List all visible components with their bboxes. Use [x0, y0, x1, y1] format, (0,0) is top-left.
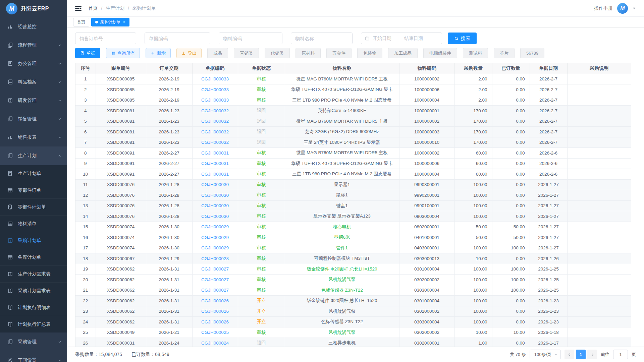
filter-input[interactable] — [219, 33, 282, 44]
sidebar-item[interactable]: 研发管理 — [0, 91, 67, 110]
cell-status: 审核 — [238, 275, 285, 285]
menu-collapse-icon[interactable] — [75, 6, 82, 11]
table-row: 22XSDD0000622026-1-31CGJH000026开立钣金铰链件 Φ… — [75, 296, 631, 306]
user-caret-icon[interactable] — [632, 6, 636, 10]
avatar[interactable]: M — [617, 3, 628, 14]
filter-input[interactable] — [75, 33, 136, 44]
breadcrumb-item[interactable]: 采购计划单 — [132, 5, 156, 11]
doc-code-link[interactable]: CGJH000029 — [201, 224, 229, 229]
category-chip[interactable]: 原材料 — [296, 48, 321, 58]
next-page-button[interactable] — [587, 350, 597, 359]
doc-code-link[interactable]: CGJH000028 — [201, 256, 229, 261]
sidebar-item[interactable]: 车间设置 — [0, 351, 67, 362]
tab-item[interactable]: 首页 — [73, 18, 89, 26]
chart-icon — [7, 134, 13, 140]
toolbar-button[interactable]: 单据 — [75, 48, 100, 58]
doc-code-link[interactable]: CGJH000033 — [201, 98, 229, 103]
sidebar-item[interactable]: 采购管理 — [0, 333, 67, 351]
sidebar-item[interactable]: 流程管理 — [0, 36, 67, 54]
sidebar-item[interactable]: 零部件计划单 — [0, 198, 67, 215]
sidebar-item-label: 流程管理 — [18, 42, 37, 48]
goto-page-input[interactable] — [613, 350, 628, 359]
sidebar-item[interactable]: 料品档案 — [0, 73, 67, 91]
doc-code-link[interactable]: CGJH000026 — [201, 309, 229, 314]
breadcrumb-item[interactable]: 首页 — [88, 5, 98, 11]
category-chip[interactable]: 成品 — [207, 48, 228, 58]
doc-code-link[interactable]: CGJH000029 — [201, 235, 229, 240]
cell-due-date: 2026-2-19 — [146, 95, 192, 106]
toolbar-button[interactable]: 查询所有 — [106, 48, 140, 58]
toolbar-button[interactable]: 新增 — [146, 48, 171, 58]
doc-code-link[interactable]: CGJH000027 — [201, 266, 229, 272]
doc-code-link[interactable]: CGJH000030 — [201, 203, 229, 208]
category-chip[interactable]: 芯片 — [494, 48, 515, 58]
cell-purchase-qty: 60.00 — [454, 169, 492, 180]
doc-code-link[interactable]: CGJH000032 — [201, 140, 229, 145]
status-badge: 审核 — [257, 288, 266, 293]
status-badge: 开立 — [257, 298, 266, 303]
doc-code-link[interactable]: CGJH000027 — [201, 288, 229, 293]
category-chip[interactable]: 代销类 — [265, 48, 290, 58]
sidebar-item[interactable]: 计划执行汇总表 — [0, 316, 67, 333]
sidebar-item[interactable]: 生产计划 — [0, 146, 67, 165]
doc-code-link[interactable]: CGJH000031 — [201, 150, 229, 156]
sidebar-item[interactable]: 生产计划需求表 — [0, 265, 67, 282]
doc-code-link[interactable]: CGJH000026 — [201, 298, 229, 303]
top-bar: 首页/生产计划/采购计划单 操作手册 M — [67, 0, 644, 17]
category-chip[interactable]: 加工成品 — [388, 48, 418, 58]
cell-tracking-code: XSDD000062 — [96, 317, 146, 327]
toolbar-button[interactable]: 导出 — [176, 48, 202, 58]
filter-input[interactable] — [145, 33, 210, 44]
sidebar-item[interactable]: 经营总控 — [0, 17, 67, 36]
category-chip[interactable]: 电脑组装件 — [423, 48, 457, 58]
filter-input[interactable] — [291, 33, 353, 44]
sidebar-item[interactable]: 采购计划单 — [0, 232, 67, 249]
sidebar-item[interactable]: 销售管理 — [0, 110, 67, 128]
doc-code-link[interactable]: CGJH000031 — [201, 172, 229, 177]
breadcrumb-separator: / — [128, 6, 129, 11]
category-chip[interactable]: 包装物 — [357, 48, 382, 58]
prev-page-button[interactable] — [565, 350, 574, 359]
cell-doc-date: 2026-1-27 — [530, 243, 567, 253]
doc-code-link[interactable]: CGJH000032 — [201, 108, 229, 113]
sidebar: M 升阳云ERP 经营总控流程管理办公管理料品档案研发管理销售管理销售报表生产计… — [0, 0, 67, 362]
doc-code-link[interactable]: CGJH000025 — [201, 330, 229, 335]
doc-code-link[interactable]: CGJH000024 — [201, 341, 229, 346]
doc-code-link[interactable]: CGJH000030 — [201, 193, 229, 198]
cell-material-name: 芝奇 32GB (16G×2) DDR5 6000MHz — [285, 127, 399, 137]
doc-code-link[interactable]: CGJH000026 — [201, 319, 229, 324]
category-chip[interactable]: 测试料 — [463, 48, 488, 58]
sidebar-item[interactable]: 办公管理 — [0, 54, 67, 73]
date-range-picker[interactable]: 开始日期 – 结束日期 — [361, 33, 442, 44]
doc-code-link[interactable]: CGJH000033 — [201, 76, 229, 81]
sidebar-item[interactable]: 计划执行明细表 — [0, 299, 67, 316]
sidebar-item[interactable]: 生产计划单 — [0, 165, 67, 182]
tab-close-icon[interactable]: × — [123, 20, 125, 24]
cell-doc-code: CGJH000031 — [192, 169, 238, 180]
sidebar-item[interactable]: 采购计划需求表 — [0, 282, 67, 299]
cell-doc-date: 2026-1-23 — [530, 317, 567, 327]
sidebar-item[interactable]: 销售报表 — [0, 128, 67, 146]
search-button[interactable]: 搜索 — [448, 33, 477, 44]
doc-code-link[interactable]: CGJH000027 — [201, 277, 229, 282]
doc-code-link[interactable]: CGJH000032 — [201, 129, 229, 134]
current-page-button[interactable]: 1 — [576, 350, 586, 359]
doc-code-link[interactable]: CGJH000029 — [201, 245, 229, 250]
tab-active[interactable]: 采购计划单× — [91, 18, 129, 26]
sidebar-item[interactable]: 物料清单 — [0, 215, 67, 232]
category-chip[interactable]: 56789 — [520, 48, 544, 58]
breadcrumb-item[interactable]: 生产计划 — [106, 5, 124, 11]
doc-code-link[interactable]: CGJH000031 — [201, 161, 229, 166]
doc-code-link[interactable]: CGJH000030 — [201, 182, 229, 187]
sidebar-item[interactable]: 备库计划单 — [0, 249, 67, 265]
doc-code-link[interactable]: CGJH000030 — [201, 214, 229, 219]
category-chip[interactable]: 直销类 — [234, 48, 259, 58]
category-chip[interactable]: 五金件 — [326, 48, 352, 58]
doc-code-link[interactable]: CGJH000032 — [201, 119, 229, 124]
sidebar-item[interactable]: 零部件订单 — [0, 182, 67, 198]
page-size-select[interactable]: 100条/页 — [530, 350, 561, 359]
cell-purchase-qty: 100.00 — [454, 317, 492, 327]
book-icon — [7, 288, 13, 294]
manual-link[interactable]: 操作手册 — [594, 5, 613, 11]
doc-code-link[interactable]: CGJH000033 — [201, 87, 229, 92]
